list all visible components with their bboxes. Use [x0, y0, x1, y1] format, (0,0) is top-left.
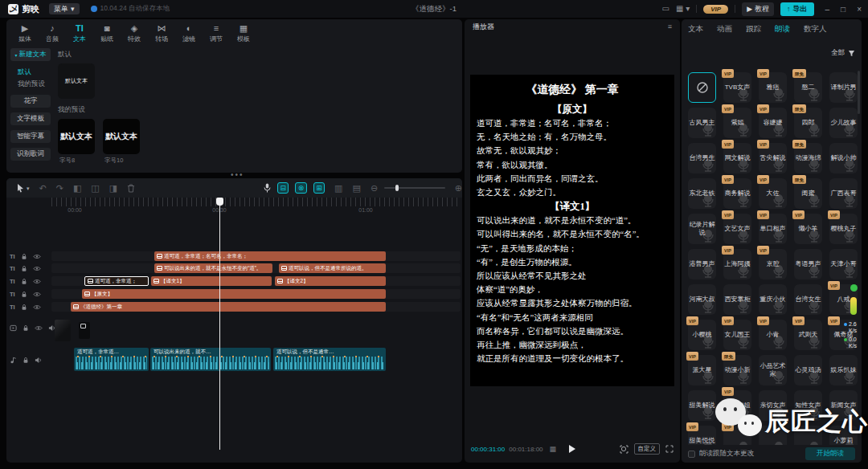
voice-card-京腔[interactable]: 京腔VIP [759, 249, 787, 279]
delete-button[interactable] [127, 184, 135, 193]
sidebar-item-默认[interactable]: 默认 [8, 66, 53, 78]
voice-card-娱乐扒妹[interactable]: 娱乐扒妹 [829, 355, 858, 385]
voice-card-少儿故事[interactable]: 少儿故事 [829, 108, 858, 138]
voice-card-甜美悦悦[interactable]: 甜美悦悦VIP [688, 426, 716, 445]
tab-音频[interactable]: ♪音频 [39, 22, 66, 46]
video-thumbnail[interactable] [55, 320, 71, 341]
vip-badge[interactable]: VIP [703, 5, 728, 14]
voice-card-解说小帅[interactable]: 解说小帅 [829, 143, 858, 173]
tab-模板[interactable]: ▦模板 [230, 22, 257, 46]
timeline-ruler[interactable]: 00:0000:3001:00 [51, 198, 461, 206]
voice-card[interactable] [688, 72, 716, 103]
voice-card-女儿国王[interactable]: 女儿国王VIP [723, 320, 751, 350]
voice-card-西安掌柜[interactable]: 西安掌柜 [723, 284, 751, 315]
player-menu-icon[interactable]: ≡ [668, 22, 672, 31]
voice-card-心灵鸡汤[interactable]: 心灵鸡汤 [794, 355, 822, 385]
text-template-card[interactable]: 默认文本 [58, 119, 95, 154]
snap-toggle[interactable]: ⊟ [277, 182, 289, 194]
voice-card-大佐[interactable]: 大佐VIP [759, 178, 787, 209]
sidebar-item-我的预设[interactable]: 我的预设 [8, 78, 53, 90]
scrollbar[interactable] [858, 71, 860, 114]
voice-card-商务解说[interactable]: 商务解说VIP [723, 178, 751, 209]
sidebar-item-智能字幕[interactable]: 智能字幕 [10, 130, 51, 143]
audio-clip[interactable]: 可以说出来的道，就不… [150, 348, 271, 371]
split-right-button[interactable]: ◨ [109, 184, 117, 193]
voice-card[interactable]: VIP [723, 426, 751, 445]
voice-card-东北老铁[interactable]: 东北老铁 [688, 178, 716, 209]
text-track-icon[interactable]: TI [10, 265, 15, 272]
voice-card-河南大叔[interactable]: 河南大叔 [688, 284, 716, 315]
voice-card-译制片男[interactable]: 译制片男 [829, 72, 858, 103]
panel-layout-icon[interactable]: ▦ ▾ [676, 5, 690, 13]
tab-滤镜[interactable]: ◐滤镜 [175, 22, 203, 46]
sidebar-item-新建文本[interactable]: ▾新建文本 [10, 48, 51, 61]
voice-card-派大星[interactable]: 派大星VIP [688, 355, 716, 385]
tab-贴纸[interactable]: ◙贴纸 [93, 22, 121, 46]
tab-文本[interactable]: 文本 [688, 24, 703, 35]
voice-card-雅痞[interactable]: 雅痞VIP [759, 72, 787, 103]
text-clip[interactable]: 【原文】 [82, 289, 386, 299]
video-clip[interactable] [79, 322, 90, 339]
voice-card-单口相声[interactable]: 单口相声VIP [759, 214, 787, 244]
voice-card-文艺女声[interactable]: 文艺女声VIP [723, 214, 751, 244]
text-clip[interactable]: 可以说出来的道，就不是永恒不变的“道”。 [154, 263, 272, 273]
text-clip[interactable]: 道可道，非常道； [84, 276, 149, 286]
redo-button[interactable]: ↷ [56, 184, 63, 193]
voice-card-舌尖解说[interactable]: 舌尖解说VIP [759, 143, 787, 173]
voice-card-重庆小伙[interactable]: 重庆小伙 [759, 284, 787, 315]
zoom-in-button[interactable]: ⊕ [455, 184, 462, 193]
tab-文本[interactable]: TI文本 [66, 22, 93, 46]
voice-card-四郎[interactable]: 四郎限免 [794, 108, 822, 138]
minimize-button[interactable]: – [825, 5, 830, 14]
voice-card-容嬷嬷[interactable]: 容嬷嬷VIP [759, 108, 787, 138]
voice-card-粤语男声[interactable]: 粤语男声 [794, 249, 822, 279]
preview-quality-icon[interactable] [620, 445, 628, 454]
text-template-card[interactable]: 默认文本 [103, 119, 140, 154]
voice-card-小品艺术家[interactable]: 小品艺术家 [759, 355, 787, 385]
menu-button[interactable]: 菜单▾ [49, 3, 80, 14]
sidebar-item-识别歌词[interactable]: 识别歌词 [10, 148, 51, 161]
record-voiceover-button[interactable] [264, 183, 271, 193]
voice-card-TVB女声[interactable]: TVB女声VIP [723, 72, 751, 103]
preview-axis-toggle[interactable]: ⊞ [313, 182, 325, 194]
tab-调节[interactable]: ≡调节 [203, 22, 230, 46]
voice-card-广西表哥[interactable]: 广西表哥 [829, 178, 858, 209]
tutorial-button[interactable]: ▶教程 [742, 2, 774, 16]
text-clip[interactable]: 《道德经》第一章 [71, 302, 386, 312]
voice-card-上海阿姨[interactable]: 上海阿姨VIP [723, 249, 751, 279]
maximize-button[interactable]: □ [841, 5, 845, 14]
voice-card-心机御姐[interactable]: 心机御姐VIP [723, 390, 751, 421]
audio-clip[interactable]: 道可道，非常道… [74, 348, 149, 371]
frames-view-icon[interactable]: ▦ [550, 445, 557, 453]
sidebar-item-文字模板[interactable]: 文字模板 [10, 112, 51, 125]
voice-card-小青[interactable]: 小青VIP [759, 320, 787, 350]
aspect-ratio-select[interactable]: 自定义 [634, 443, 661, 455]
text-track-icon[interactable]: TI [10, 304, 15, 311]
voice-card-台湾女生[interactable]: 台湾女生 [794, 284, 822, 315]
tab-数字人[interactable]: 数字人 [804, 24, 827, 35]
cover-icon[interactable]: ▤ [353, 184, 361, 193]
play-button[interactable] [569, 445, 575, 453]
voice-card-港普男声[interactable]: 港普男声 [688, 249, 716, 279]
voice-card-闺蜜[interactable]: 闺蜜限免 [794, 178, 822, 209]
voice-card-新闻女声[interactable]: 新闻女声 [829, 390, 858, 421]
voice-card-紫嫣[interactable]: 紫嫣VIP [723, 108, 751, 138]
text-clip[interactable]: 【译文2】 [275, 276, 386, 286]
zoom-out-button[interactable]: ⊖ [371, 184, 378, 193]
text-clip[interactable]: 道可以说，但不是通常所说的道。 [279, 263, 386, 273]
voice-card[interactable] [759, 426, 787, 445]
voice-card[interactable] [794, 426, 822, 445]
voice-card-动漫小新[interactable]: 动漫小新限免 [723, 355, 751, 385]
voice-card-纪录片解说[interactable]: 纪录片解说 [688, 214, 716, 244]
layout-icon[interactable]: ▭ [662, 5, 669, 13]
slider-knob[interactable] [395, 185, 399, 191]
tab-转场[interactable]: ⋈转场 [148, 22, 175, 46]
close-button[interactable]: × [857, 5, 862, 14]
voice-card-甜美解说[interactable]: 甜美解说 [688, 390, 716, 421]
voice-card-小萝莉[interactable]: 小萝莉 [829, 426, 858, 445]
video-preview-canvas[interactable]: 《道德经》 第一章 【原文】道可道，非常道；名可名，非常名；无，名天地之始；有，… [470, 75, 674, 386]
sidebar-item-花字[interactable]: 花字 [10, 95, 51, 108]
tab-媒体[interactable]: ▶媒体 [11, 22, 39, 46]
voice-card-懒小羊[interactable]: 懒小羊VIP [794, 214, 822, 244]
split-left-button[interactable]: ◧ [73, 184, 81, 193]
